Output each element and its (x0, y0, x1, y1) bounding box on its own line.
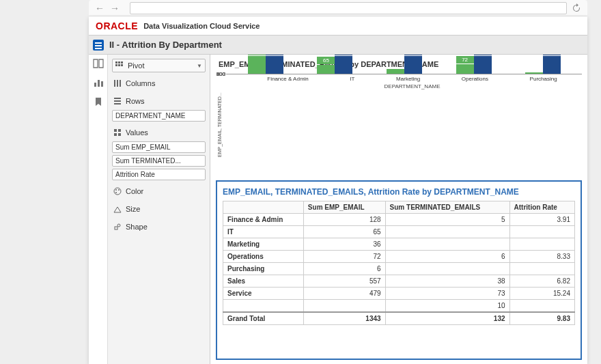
nav-back-icon[interactable]: ← (94, 3, 105, 14)
columns-icon (113, 79, 122, 87)
bar-terminated[interactable]: 132 (543, 56, 561, 74)
size-icon (113, 205, 122, 213)
svg-point-20 (115, 189, 117, 191)
bar-group: 132 (382, 56, 426, 74)
svg-rect-12 (114, 98, 121, 99)
viz-type-label: Pivot (128, 61, 144, 70)
svg-rect-8 (121, 64, 123, 66)
svg-rect-6 (115, 64, 117, 66)
bar-terminated[interactable]: 132 (335, 56, 352, 74)
datasource-icon (93, 40, 104, 51)
table-row: Operations7268.33 (223, 251, 575, 263)
table-total-row: Grand Total13431329.83 (223, 312, 575, 325)
y-axis-label: EMP_EMAIL, TERMINATED... (216, 74, 223, 176)
bar-group: 65132 (313, 56, 357, 74)
y-tick: 600 (210, 71, 225, 77)
bar-terminated[interactable]: 132 (266, 56, 283, 74)
table-row: 10 (223, 300, 575, 313)
values-pill-terminated[interactable]: Sum TERMINATED... (112, 155, 206, 167)
bar-terminated[interactable]: 132 (404, 56, 422, 74)
table-row: Service4797315.24 (223, 288, 575, 300)
bar-chart: EMP_EMAIL, TERMINATED... 010020030040050… (216, 74, 582, 176)
svg-rect-2 (101, 81, 103, 87)
table-row: Sales557386.82 (223, 275, 575, 288)
bar-chart-icon[interactable] (93, 78, 104, 87)
brand-bar: ORACLE Data Visualization Cloud Service (89, 16, 587, 36)
x-tick-label: Marketing (396, 76, 420, 82)
rows-pill-department[interactable]: DEPARTMENT_NAME (112, 110, 206, 122)
bar-group: 128132 (244, 56, 288, 74)
page-title: II - Attrition By Department (109, 40, 222, 50)
color-section[interactable]: Color (112, 184, 206, 198)
bar-emp-email[interactable]: 65 (317, 65, 335, 74)
oracle-logo: ORACLE (96, 20, 138, 31)
table-header (223, 201, 304, 214)
svg-rect-10 (117, 80, 118, 87)
product-name: Data Visualization Cloud Service (143, 22, 260, 30)
svg-point-22 (115, 192, 117, 193)
svg-rect-16 (118, 129, 121, 132)
svg-rect-11 (120, 80, 121, 87)
svg-rect-13 (114, 100, 121, 102)
svg-rect-1 (98, 80, 100, 87)
x-tick-label: Operations (462, 76, 488, 82)
rows-icon (113, 97, 122, 105)
pivot-table: Sum EMP_EMAILSum TERMINATED_EMAILSAttrit… (223, 201, 575, 325)
pivot-icon (115, 61, 124, 70)
rows-section[interactable]: Rows (112, 94, 206, 108)
values-section[interactable]: Values (112, 126, 206, 139)
refresh-icon[interactable] (571, 3, 582, 14)
nav-forward-icon[interactable]: → (109, 3, 120, 14)
bar-group: 72132 (452, 56, 496, 74)
table-header: Sum TERMINATED_EMAILS (385, 201, 509, 214)
table-header: Sum EMP_EMAIL (303, 201, 385, 214)
svg-rect-23 (115, 227, 117, 229)
bar-emp-email[interactable]: 128 (248, 56, 266, 74)
bookmark-icon[interactable] (93, 97, 104, 107)
shape-section[interactable]: Shape (112, 220, 206, 234)
svg-rect-17 (114, 133, 117, 136)
table-row: IT65 (223, 226, 575, 238)
table-row: Finance & Admin12853.91 (223, 214, 575, 226)
svg-rect-4 (118, 61, 120, 64)
title-bar: II - Attrition By Department (89, 36, 587, 55)
x-tick-label: Finance & Admin (267, 76, 308, 82)
canvas: EMP_EMAIL, TERMINATED_EMAILS by DEPARTME… (210, 55, 587, 364)
table-row: Purchasing6 (223, 263, 575, 275)
bar-terminated[interactable]: 132 (474, 56, 492, 74)
svg-rect-5 (121, 61, 123, 64)
table-row: Marketing36 (223, 238, 575, 251)
left-rail (89, 55, 108, 364)
columns-section[interactable]: Columns (112, 76, 206, 90)
bar-emp-email[interactable]: 72 (456, 64, 474, 74)
svg-point-19 (114, 188, 121, 195)
svg-rect-18 (118, 133, 121, 136)
x-tick-label: Purchasing (530, 76, 557, 82)
chevron-down-icon: ▼ (197, 63, 202, 69)
svg-rect-3 (115, 61, 117, 64)
values-icon (113, 128, 122, 137)
svg-rect-9 (114, 80, 115, 87)
x-axis-label: DEPARTMENT_NAME (242, 82, 582, 89)
shape-icon (113, 223, 122, 231)
browser-chrome: ← → (89, 0, 587, 16)
viz-type-selector[interactable]: Pivot ▼ (112, 59, 206, 72)
values-pill-emp-email[interactable]: Sum EMP_EMAIL (112, 141, 206, 153)
bar-emp-email[interactable] (525, 72, 543, 74)
svg-rect-15 (114, 129, 117, 132)
address-bar[interactable] (130, 2, 567, 14)
svg-rect-7 (118, 64, 120, 66)
bar-emp-email[interactable] (387, 69, 404, 74)
palette-icon (113, 187, 122, 195)
values-pill-attrition[interactable]: Attrition Rate (112, 169, 206, 180)
book-icon[interactable] (93, 59, 104, 68)
svg-point-24 (117, 224, 120, 227)
config-panel: Pivot ▼ Columns Rows DEPARTMENT_NAME (108, 55, 210, 364)
size-section[interactable]: Size (112, 202, 206, 216)
bar-group: 132 (521, 56, 565, 74)
svg-point-21 (118, 189, 120, 191)
svg-rect-0 (94, 83, 96, 87)
pivot-table-card: EMP_EMAIL, TERMINATED_EMAILS, Attrition … (216, 180, 582, 360)
svg-rect-14 (114, 103, 121, 104)
table-header: Attrition Rate (509, 201, 574, 214)
